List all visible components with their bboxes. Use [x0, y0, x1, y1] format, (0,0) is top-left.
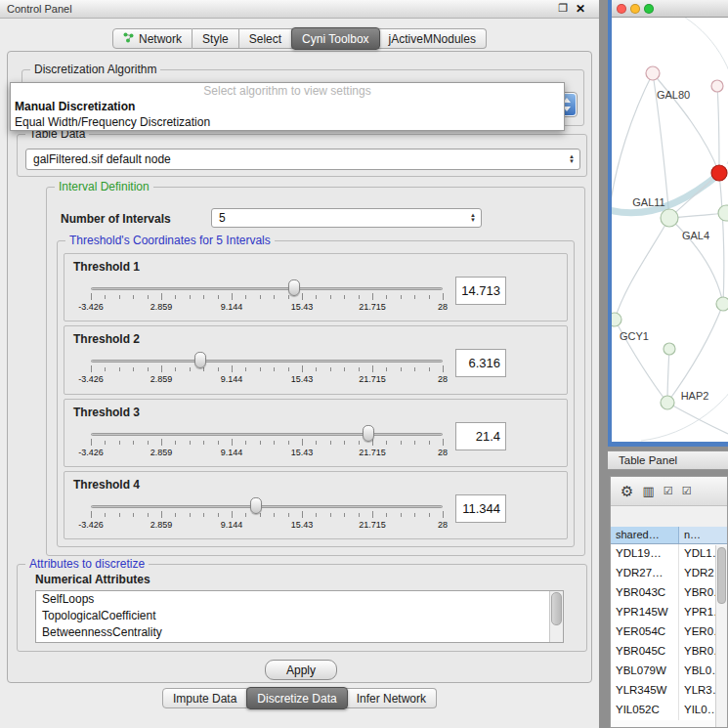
threshold-slider[interactable]: -3.4262.8599.14415.4321.71528 [91, 278, 443, 316]
tab-impute-data[interactable]: Impute Data [162, 688, 247, 708]
slider-tick [274, 513, 275, 517]
network-node[interactable] [661, 209, 678, 227]
slider-tick [288, 367, 289, 371]
zoom-traffic-light[interactable] [644, 4, 654, 14]
network-node[interactable] [711, 165, 727, 181]
slider-tick-label: 28 [438, 302, 448, 312]
table-row[interactable]: YDR27…YDR2… [611, 564, 727, 583]
network-node[interactable] [711, 80, 723, 92]
numerical-attribute-item[interactable]: SelfLoops [36, 591, 563, 608]
slider-tick [429, 367, 430, 371]
tab-network[interactable]: Network [112, 28, 193, 49]
list-scrollbar[interactable] [549, 591, 563, 642]
table-scrollbar[interactable] [715, 545, 727, 727]
slider-tick [245, 441, 246, 445]
number-of-intervals-select[interactable]: 5 ▲ ▼ [211, 208, 482, 228]
network-edge [719, 173, 724, 304]
slider-tick-label: 9.144 [221, 302, 243, 312]
threshold-slider[interactable]: -3.4262.8599.14415.4321.71528 [91, 424, 443, 461]
network-node[interactable] [716, 297, 728, 311]
threshold-value-field[interactable]: 6.316 [455, 349, 506, 377]
slider-tick-label: 9.144 [221, 520, 243, 530]
table-scrollbar-thumb[interactable] [717, 547, 726, 604]
slider-tick [359, 513, 360, 517]
column-header[interactable]: shared… [611, 527, 679, 543]
table-row[interactable]: YLR345WYLR3… [611, 681, 727, 701]
select-columns-checkbox-icon[interactable]: ☑ [682, 485, 692, 497]
slider-tick-label: 28 [438, 520, 448, 530]
slider-tick [344, 367, 345, 371]
slider-tick [175, 513, 176, 517]
tab-select[interactable]: Select [239, 28, 292, 49]
slider-tick-label: 2.859 [150, 302, 173, 312]
threshold-value-field[interactable]: 21.4 [455, 422, 506, 450]
table-cell: YBL079W [611, 662, 679, 681]
list-scrollbar-thumb[interactable] [551, 592, 562, 625]
table-row[interactable]: YDL19…YDL1… [611, 544, 727, 564]
tab-style[interactable]: Style [193, 28, 239, 49]
columns-icon[interactable]: ▥ [642, 484, 654, 498]
tab-label: Discretize Data [257, 692, 336, 706]
slider-tick [414, 367, 415, 371]
network-node[interactable] [612, 313, 621, 326]
table-row[interactable]: YER054CYER0… [611, 622, 727, 642]
slider-tick [386, 513, 387, 517]
table-row[interactable]: YBR045CYBR0… [611, 642, 727, 662]
table-row[interactable]: YIL052CYIL0… [611, 701, 727, 720]
tab-label: jActiveMNodules [389, 32, 476, 46]
table-data-select[interactable]: galFiltered.sif default node ▲ ▼ [25, 149, 580, 170]
network-node[interactable] [718, 205, 728, 221]
numerical-attribute-item[interactable]: BetweennessCentrality [36, 624, 563, 641]
threshold-label: Threshold 1 [73, 260, 140, 274]
threshold-slider[interactable]: -3.4262.8599.14415.4321.71528 [91, 351, 443, 388]
network-node[interactable] [661, 396, 674, 409]
close-traffic-light[interactable] [617, 4, 626, 14]
float-window-icon[interactable]: ❐ [558, 2, 568, 15]
column-header[interactable]: n… [679, 527, 727, 543]
slider-tick [443, 365, 444, 372]
table-rows: YDL19…YDL1…YDR27…YDR2…YBR043CYBR0…YPR145… [611, 544, 727, 720]
slider-tick [218, 295, 219, 299]
gear-icon[interactable]: ⚙ [621, 483, 633, 500]
attributes-list-items: SelfLoopsTopologicalCoefficientBetweenne… [36, 591, 563, 641]
tab-label: Cyni Toolbox [302, 32, 368, 46]
threshold-value-field[interactable]: 14.713 [455, 277, 506, 305]
slider-tick [148, 367, 149, 371]
slider-handle[interactable] [363, 425, 374, 442]
network-icon [123, 32, 134, 46]
threshold-value-field[interactable]: 11.344 [455, 494, 506, 523]
network-node[interactable] [646, 66, 660, 80]
numerical-attribute-item[interactable]: TopologicalCoefficient [36, 608, 563, 624]
select-all-checkbox-icon[interactable]: ☑ [664, 485, 673, 497]
numerical-attributes-list[interactable]: SelfLoopsTopologicalCoefficientBetweenne… [35, 590, 564, 643]
apply-button[interactable]: Apply [265, 660, 337, 680]
minimize-traffic-light[interactable] [630, 4, 640, 14]
tab-cyni-toolbox[interactable]: Cyni Toolbox [291, 27, 379, 50]
slider-tick [232, 365, 233, 372]
node-label: GCY1 [620, 330, 649, 342]
network-canvas[interactable]: GAL80GAL11GAL4GCY1HAP2 [612, 18, 728, 442]
slider-handle[interactable] [194, 352, 206, 368]
table-row[interactable]: YBL079WYBL0… [611, 662, 727, 681]
tab-jactivemnodules[interactable]: jActiveMNodules [379, 28, 487, 49]
table-panel-title: Table Panel [619, 454, 677, 466]
close-icon[interactable]: ✕ [576, 2, 585, 16]
tab-discretize-data[interactable]: Discretize Data [246, 687, 347, 709]
tab-label: Network [139, 32, 182, 46]
algorithm-option[interactable]: Manual Discretization [11, 99, 564, 114]
network-node[interactable] [664, 343, 675, 355]
slider-tick [443, 511, 444, 518]
tab-infer-network[interactable]: Infer Network [347, 688, 437, 708]
table-row[interactable]: YPR145WYPR1… [611, 603, 727, 622]
slider-handle[interactable] [288, 279, 300, 296]
slider-handle[interactable] [250, 497, 262, 514]
combo-arrows-icon: ▲ ▼ [569, 154, 575, 164]
arrow-down-icon: ▼ [569, 159, 575, 164]
slider-tick [133, 441, 134, 445]
slider-tick [401, 367, 402, 371]
slider-scale: -3.4262.8599.14415.4321.71528 [91, 520, 443, 531]
algorithm-option[interactable]: Equal Width/Frequency Discretization [11, 114, 564, 130]
threshold-label: Threshold 4 [73, 478, 140, 492]
threshold-slider[interactable]: -3.4262.8599.14415.4321.71528 [91, 496, 443, 534]
table-row[interactable]: YBR043CYBR0… [611, 583, 727, 603]
